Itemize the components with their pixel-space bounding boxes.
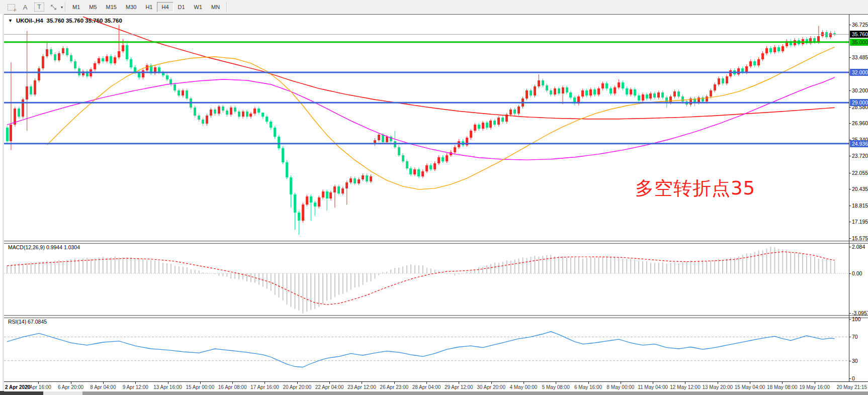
time-label: 12 May 12:00 (670, 384, 701, 390)
time-label: 20 May 21:15 (836, 384, 867, 390)
axis-tick-mark (849, 25, 851, 25)
mt4-window: F A T ⤡ ▾ M1M5M15M30H1H4D1W1MN ▼ UKOil-,… (0, 0, 868, 395)
timeframe-button-m5[interactable]: M5 (84, 2, 101, 12)
time-axis[interactable]: 2 Apr 20203 Apr 16:006 Apr 20:008 Apr 04… (4, 381, 868, 392)
time-tick-mark (750, 382, 750, 384)
time-tick-mark (297, 382, 298, 384)
indicator-grid-f-icon[interactable]: F (5, 1, 18, 13)
axis-tick-mark (849, 156, 851, 156)
time-tick-mark (168, 382, 168, 384)
price-tick-30.200: 30.200 (852, 87, 868, 93)
time-tick-mark (718, 382, 718, 384)
ohlc-values: 35.760 35.760 35.760 35.760 (47, 18, 122, 24)
time-label: 18 May 08:00 (767, 384, 798, 390)
axis-tick-mark (849, 222, 851, 222)
time-tick-mark (621, 382, 621, 384)
axis-tick-mark (849, 107, 851, 108)
blue-level-badge-32: 32.000 (850, 69, 868, 76)
time-label: 22 Apr 04:00 (315, 384, 344, 390)
timeframe-button-d1[interactable]: D1 (173, 2, 190, 12)
chart-annotation-text: 多空转折点35 (635, 176, 755, 201)
time-label: 20 Apr 20:00 (283, 384, 311, 390)
macd-indicator-pane[interactable] (4, 243, 849, 316)
rsi-tick-30: 30 (852, 358, 858, 364)
green-level-badge: 35.000 (850, 39, 868, 46)
time-label: 9 Apr 12:00 (123, 384, 148, 390)
ma-fast-orange (47, 47, 835, 189)
rsi-tick-70: 70 (852, 334, 858, 340)
cursor-arrows-icon[interactable]: ⤡ (47, 1, 60, 13)
axis-tick-mark (849, 123, 851, 124)
time-tick-mark (103, 382, 104, 384)
axis-tick-mark (849, 361, 851, 361)
axis-tick-mark (849, 90, 851, 91)
timeframe-button-m30[interactable]: M30 (121, 2, 141, 12)
timeframe-button-w1[interactable]: W1 (190, 2, 207, 12)
rsi-indicator-pane[interactable] (4, 317, 849, 381)
time-label: 23 Apr 12:00 (348, 384, 376, 390)
ma-slow-red (83, 17, 835, 119)
chart-title-row: ▼ UKOil-,H4 35.760 35.760 35.760 35.760 (8, 18, 122, 24)
price-tick-18.815: 18.815 (852, 203, 868, 209)
time-label: 28 Apr 04:00 (412, 384, 441, 390)
text-a-icon[interactable]: A (19, 1, 32, 13)
timeframe-button-h4[interactable]: H4 (157, 2, 173, 12)
time-label: 11 May 04:00 (638, 384, 668, 390)
axis-tick-mark (849, 273, 851, 274)
timeframe-button-m1[interactable]: M1 (68, 2, 84, 12)
time-tick-mark (491, 382, 492, 384)
symbol-timeframe-label: UKOil-,H4 (16, 18, 43, 24)
axis-tick-mark (849, 57, 851, 58)
main-price-chart[interactable] (4, 15, 849, 240)
rsi-label: RSI(14) 67.0845 (8, 319, 47, 325)
rsi-tick-100: 100 (852, 316, 861, 322)
timeframe-button-h1[interactable]: H1 (141, 2, 157, 12)
time-label: 5 May 08:00 (542, 384, 570, 390)
time-label: 29 Apr 12:00 (445, 384, 473, 390)
collapse-triangle-icon[interactable]: ▼ (8, 18, 13, 23)
macd-tick--3.0957: -3.0957 (852, 310, 868, 316)
timeframe-button-m15[interactable]: M15 (102, 2, 121, 12)
price-tick-15.575: 15.575 (852, 235, 868, 241)
price-tick-17.195: 17.195 (852, 219, 868, 225)
macd-tick-0.00: 0.00 (852, 270, 862, 276)
chart-frame: ▼ UKOil-,H4 35.760 35.760 35.760 35.760 … (4, 14, 868, 391)
macd-histogram (7, 247, 835, 314)
blue-level-badge-29: 29.000 (850, 99, 868, 106)
blue-level-badge-24936: 24.936 (850, 140, 868, 147)
price-tick-23.720: 23.720 (852, 153, 868, 159)
time-label: 6 May 16:00 (574, 384, 602, 390)
time-tick-mark (782, 382, 783, 384)
price-tick-33.485: 33.485 (852, 54, 868, 60)
time-tick-mark (588, 382, 589, 384)
time-label: 8 Apr 04:00 (90, 384, 116, 390)
axis-tick-mark (849, 189, 851, 189)
dropdown-caret-icon[interactable]: ▾ (61, 5, 63, 10)
axis-tick-mark (849, 206, 851, 206)
timeframe-button-mn[interactable]: MN (207, 2, 224, 12)
time-tick-mark (232, 382, 233, 384)
time-tick-mark (362, 382, 362, 384)
axis-tick-mark (849, 313, 851, 314)
time-label: 17 Apr 16:00 (250, 384, 279, 390)
current-price-badge: 35.760 (850, 31, 868, 38)
time-tick-mark (200, 382, 201, 384)
price-tick-20.435: 20.435 (852, 186, 868, 192)
time-label: 15 Apr 00:00 (186, 384, 214, 390)
price-axis-border (849, 15, 849, 381)
time-label: 15 May 04:00 (735, 384, 765, 390)
time-tick-mark (71, 382, 71, 384)
time-label: 6 Apr 20:00 (58, 384, 83, 390)
time-label: 13 Apr 16:00 (153, 384, 182, 390)
time-tick-mark (135, 382, 136, 384)
macd-label: MACD(12,26,9) 0.9944 1.0304 (8, 244, 80, 250)
timeframe-button-group: M1M5M15M30H1H4D1W1MN (68, 2, 224, 12)
price-tick-22.055: 22.055 (852, 170, 868, 176)
time-label: 3 Apr 16:00 (26, 384, 51, 390)
price-tick-26.960: 26.960 (852, 120, 868, 126)
time-tick-mark (265, 382, 265, 384)
text-label-icon[interactable]: T (34, 3, 44, 12)
axis-tick-mark (849, 319, 851, 320)
axis-tick-mark (849, 337, 851, 337)
time-label: 26 Apr 23:00 (380, 384, 408, 390)
